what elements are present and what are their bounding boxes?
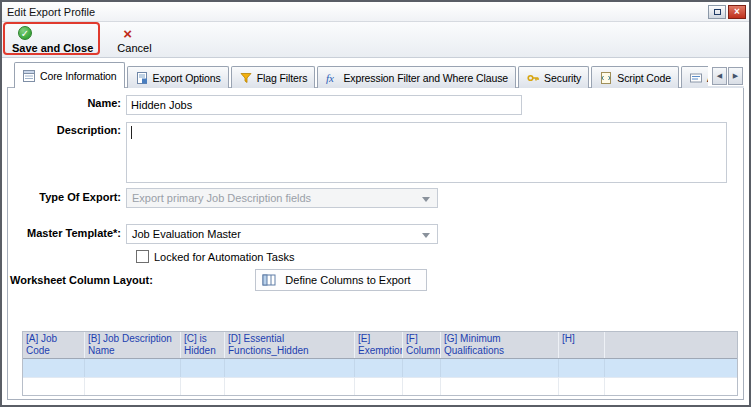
master-template-dropdown[interactable]: Job Evaluation Master: [126, 224, 438, 244]
tab-flag-filters[interactable]: Flag Filters: [231, 66, 316, 88]
grid-cell[interactable]: [403, 359, 441, 377]
grid-column-header-filler: [605, 332, 737, 358]
grid-column-header[interactable]: [F] Column: [403, 332, 441, 358]
description-label: Description:: [8, 124, 121, 136]
maximize-icon: [714, 9, 721, 15]
window-title: Edit Export Profile: [7, 6, 95, 18]
filter-icon: [239, 71, 253, 85]
grid-column-header[interactable]: [E] Exemptior: [355, 332, 403, 358]
tab-security[interactable]: Security: [518, 66, 589, 88]
name-input[interactable]: [126, 95, 522, 115]
grid-column-header[interactable]: [B] Job Description Name: [85, 332, 181, 358]
close-button[interactable]: ×: [728, 5, 746, 19]
grid-cell[interactable]: [225, 359, 355, 377]
checkbox-icon: [136, 250, 149, 263]
tab-label: Expression Filter and Where Clause: [343, 72, 508, 84]
close-icon: ×: [734, 7, 740, 17]
grid-cell[interactable]: [355, 359, 403, 377]
columns-icon: [262, 273, 276, 287]
function-icon: fx: [325, 71, 339, 85]
master-template-value: Job Evaluation Master: [132, 228, 241, 240]
grid-cell[interactable]: [85, 359, 181, 377]
script-icon: [599, 71, 613, 85]
type-of-export-value: Export primary Job Description fields: [132, 192, 311, 204]
key-icon: [526, 71, 540, 85]
chevron-down-icon: [422, 233, 430, 238]
grid-cell[interactable]: [605, 378, 737, 395]
export-options-icon: [135, 71, 149, 85]
master-template-label: Master Template*:: [8, 227, 121, 239]
tab-core-information[interactable]: Core Information: [14, 62, 125, 88]
tab-label: Core Information: [40, 70, 117, 82]
locked-for-automation-checkbox[interactable]: Locked for Automation Tasks: [136, 250, 294, 263]
cancel-label: Cancel: [117, 42, 151, 54]
grid-cell[interactable]: [559, 359, 605, 377]
tab-expression-filter[interactable]: fx Expression Filter and Where Clause: [317, 66, 516, 88]
window-controls: ×: [708, 5, 746, 19]
scroll-left-icon: ◀: [717, 72, 722, 80]
grid-cell[interactable]: [181, 378, 225, 395]
maximize-button[interactable]: [708, 5, 726, 19]
grid-row: [23, 377, 737, 395]
tab-export-options[interactable]: Export Options: [127, 66, 229, 88]
grid-column-header[interactable]: [D] Essential Functions_Hidden: [225, 332, 355, 358]
cancel-x-icon: ×: [123, 27, 132, 40]
description-textarea[interactable]: [126, 122, 727, 183]
tab-label: Export Options: [153, 72, 221, 84]
define-columns-label: Define Columns to Export: [276, 274, 420, 286]
titlebar[interactable]: Edit Export Profile ×: [2, 2, 749, 22]
grid-cell[interactable]: [23, 378, 85, 395]
grid-row: [23, 359, 737, 377]
tab-label: Security: [544, 72, 581, 84]
grid-cell[interactable]: [225, 378, 355, 395]
chevron-down-icon: [422, 197, 430, 202]
properties-icon: [689, 71, 703, 85]
text-caret: [131, 126, 132, 139]
tab-script-code[interactable]: Script Code: [591, 66, 679, 88]
svg-text:fx: fx: [326, 72, 334, 84]
tab-label: Flag Filters: [257, 72, 308, 84]
scroll-right-icon: ▶: [733, 72, 738, 80]
define-columns-button[interactable]: Define Columns to Export: [255, 269, 427, 291]
grid-cell[interactable]: [441, 378, 559, 395]
name-label: Name:: [8, 97, 121, 109]
grid-header-row: [A] Job Code [B] Job Description Name [C…: [23, 332, 737, 359]
grid-cell[interactable]: [403, 378, 441, 395]
tab-strip: Core Information Export Options Flag Fil…: [7, 60, 744, 88]
tab-label: Script Code: [617, 72, 671, 84]
tab-scroll-control: ◀ ▶: [708, 66, 744, 86]
tab-scroll-right-button[interactable]: ▶: [728, 67, 743, 85]
grid-column-header[interactable]: [G] Minimum Qualifications: [441, 332, 559, 358]
grid-column-header[interactable]: [C] is Hidden: [181, 332, 225, 358]
grid-cell[interactable]: [355, 378, 403, 395]
cancel-button[interactable]: × Cancel: [115, 24, 153, 55]
save-and-close-label: Save and Close: [12, 42, 93, 54]
grid-cell[interactable]: [85, 378, 181, 395]
grid-cell[interactable]: [23, 359, 85, 377]
type-of-export-label: Type Of Export:: [8, 191, 121, 203]
grid-column-header[interactable]: [A] Job Code: [23, 332, 85, 358]
grid-cell[interactable]: [181, 359, 225, 377]
core-information-page: Name: Description: Type Of Export: Expor…: [7, 87, 744, 400]
grid-cell[interactable]: [559, 378, 605, 395]
edit-export-profile-dialog: Edit Export Profile × ✓ Save and Close ×…: [0, 0, 751, 407]
tab-scroll-left-button[interactable]: ◀: [712, 67, 727, 85]
save-check-icon: ✓: [18, 26, 32, 40]
export-columns-grid: [A] Job Code [B] Job Description Name [C…: [22, 331, 738, 396]
locked-checkbox-label: Locked for Automation Tasks: [154, 251, 294, 263]
grid-cell[interactable]: [441, 359, 559, 377]
save-and-close-button[interactable]: ✓ Save and Close: [10, 24, 95, 55]
grid-column-header[interactable]: [H]: [559, 332, 605, 358]
worksheet-column-layout-label: Worksheet Column Layout:: [10, 274, 153, 286]
toolbar: ✓ Save and Close × Cancel: [2, 22, 749, 58]
grid-cell[interactable]: [605, 359, 737, 377]
form-icon: [22, 69, 36, 83]
type-of-export-dropdown[interactable]: Export primary Job Description fields: [126, 188, 438, 208]
